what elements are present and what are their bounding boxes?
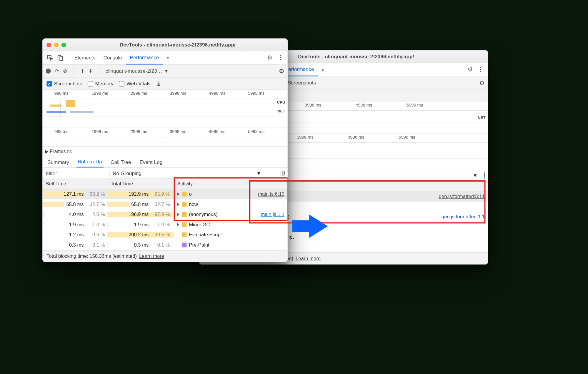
ellipsis-row: ⋯ [43,137,288,147]
expand-icon[interactable] [177,223,179,226]
activity-name: now [189,202,198,207]
device-icon[interactable] [55,53,66,63]
annotation-arrow [309,215,328,238]
settings-icon[interactable]: ⚙ [279,67,284,75]
side-pane-toggle[interactable] [481,173,488,179]
recording-dropdown[interactable]: clinquant-mousse-2f23… ▼ [106,68,169,74]
overview-ruler[interactable]: 998 ms 1998 ms 2998 ms 3998 ms 4998 ms 5… [43,90,288,99]
devtools-window-before: DevTools - clinquant-mousse-2f2396.netli… [42,38,288,262]
checkbox-screenshots[interactable]: ✓ [46,81,52,87]
perf-toolbar: ⟳ ⊘ ⬆ ⬇ clinquant-mousse-2f23… ▼ ⚙ [43,64,288,78]
gear-icon[interactable]: ⚙ [465,64,475,75]
filter-input[interactable] [43,168,109,178]
category-swatch [182,202,186,207]
frames-row[interactable]: ▶ Frames ns [43,147,288,156]
footer-text: Total blocking time: 150.33ms (estimated… [46,253,137,259]
category-swatch [182,212,186,217]
subtabs: Summary Bottom-Up Call Tree Event Log [43,156,288,168]
category-swatch [182,243,186,247]
expand-icon[interactable] [177,213,179,216]
checkbox-label: Screenshots [288,80,316,86]
checkbox-webvitals[interactable] [119,81,125,87]
side-pane-toggle[interactable] [280,170,287,176]
overview-chart[interactable]: CPU NET [43,99,288,117]
expand-icon[interactable] [177,192,179,196]
traffic-lights[interactable] [46,42,66,47]
net-activity [46,111,66,113]
net-activity [70,111,94,113]
learn-more-link[interactable]: Learn more [139,253,164,259]
checkbox-memory[interactable] [88,81,93,87]
tabs-overflow[interactable]: » [163,51,174,64]
table-row[interactable]: 1.9 ms1.0 %1.9 ms1.0 %Minor GC [43,220,288,230]
inspect-icon[interactable] [45,53,55,63]
kebab-menu[interactable] [475,64,486,75]
kebab-menu[interactable] [275,53,285,63]
learn-more-link[interactable]: Learn more [296,256,321,261]
overview-cpu-label: CPU [277,100,285,104]
activity-name: Evaluate Script [189,232,222,238]
clear-icon[interactable]: ⊘ [63,68,67,74]
category-swatch [182,222,186,227]
table-header[interactable]: Self Time Total Time Activity [43,179,288,189]
marker-line [75,99,75,117]
category-swatch [182,192,186,197]
trash-icon[interactable]: 🗑 [156,81,161,87]
tab-console[interactable]: Console [99,51,126,64]
table-row[interactable]: 127.1 ms63.2 %192.9 ms95.9 %omain.js:6:1… [43,189,288,199]
minimize-icon[interactable] [54,42,59,47]
source-link[interactable]: gen.js:formatted:5:11 [439,194,485,199]
marker-line [61,99,61,117]
cpu-activity [50,104,61,107]
subtab-calltree[interactable]: Call Tree [109,159,133,167]
activity-name: (anonymous) [189,212,217,217]
activity-name: Minor GC [189,222,210,227]
footer: Total blocking time: 150.33ms (estimated… [43,250,288,262]
window-title: DevTools - clinquant-mousse-2f2396.netli… [71,42,284,48]
table-row[interactable]: 1.2 ms0.6 %200.2 ms99.5 %Evaluate Script [43,230,288,240]
source-link[interactable]: gen.js:formatted:1:1 [442,214,485,220]
activity-name: o [189,191,191,197]
expand-icon[interactable] [177,203,179,206]
table-row[interactable]: 65.8 ms32.7 %65.8 ms32.7 %now [43,199,288,210]
upload-icon[interactable]: ⬆ [80,68,85,74]
category-swatch [182,232,186,237]
svg-rect-2 [60,56,62,60]
table-row[interactable]: 4.0 ms2.0 %196.9 ms97.9 %(anonymous)main… [43,210,288,220]
overview-net-label: NET [277,109,285,113]
titlebar[interactable]: DevTools - clinquant-mousse-2f2396.netli… [43,39,288,51]
subtab-summary[interactable]: Summary [46,159,71,167]
gear-icon[interactable]: ⚙ [265,53,275,63]
subtab-bottomup[interactable]: Bottom-Up [76,159,104,168]
download-icon[interactable]: ⬇ [89,68,93,74]
subtab-eventlog[interactable]: Event Log [138,159,164,167]
perf-checkboxes: ✓Screenshots Memory Web Vitals 🗑 [43,78,288,90]
detail-ruler[interactable]: 998 ms 1998 ms 2998 ms 3998 ms 4998 ms 5… [43,128,288,137]
source-link[interactable]: main.js:6:10 [258,191,284,197]
overview-net-label: NET [478,115,486,120]
overview-blank [43,117,288,128]
settings-icon[interactable]: ⚙ [479,79,485,87]
filter-row: No Grouping▼ [43,168,288,179]
activity-name: Pre-Paint [189,242,209,248]
reload-icon[interactable]: ⟳ [55,68,59,74]
cpu-activity [66,100,75,107]
close-icon[interactable] [46,42,51,47]
tab-elements[interactable]: Elements [70,51,99,64]
zoom-icon[interactable] [61,42,66,47]
record-button[interactable] [46,69,51,74]
grouping-dropdown[interactable]: No Grouping▼ [109,170,280,176]
source-link[interactable]: main.js:1:1 [261,212,284,217]
tabs-overflow[interactable]: » [318,63,329,76]
table-row[interactable]: 0.3 ms0.1 %0.3 ms0.1 %Pre-Paint [43,240,288,250]
tab-performance[interactable]: Performance [126,51,163,64]
main-tabs: Elements Console Performance » ⚙ [43,51,288,64]
